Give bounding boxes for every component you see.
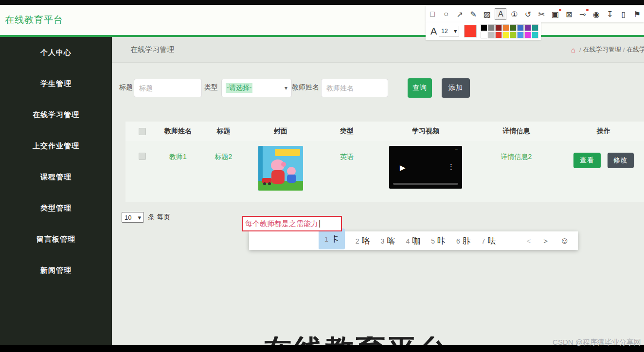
ime-candidate[interactable]: 5 咔 [431, 235, 446, 246]
col-detail: 详情信息 [469, 127, 563, 136]
palette-color[interactable] [481, 32, 487, 38]
device-button[interactable]: ▯ [618, 8, 629, 20]
palette-color[interactable] [495, 24, 502, 31]
breadcrumb-item[interactable]: 在线学习管理 [583, 45, 621, 54]
home-icon[interactable]: ⌂ [571, 46, 575, 54]
copy-button[interactable]: ▣ [550, 8, 561, 20]
footer-heading-clipped: 在线教育平台 [263, 336, 462, 345]
palette-color[interactable] [510, 24, 517, 31]
candidate-number: 6 [456, 237, 460, 245]
palette-color[interactable] [488, 32, 495, 38]
breadcrumb: ⌂ / 在线学习管理 / 在线学习管理 [571, 37, 644, 62]
video-progress-bar[interactable] [393, 183, 458, 185]
palette-color[interactable] [532, 24, 538, 31]
teacher-input[interactable] [321, 79, 388, 97]
breadcrumb-separator: / [579, 46, 581, 53]
video-player[interactable]: ··· ▶ ⋮ [389, 146, 462, 189]
breadcrumb-item[interactable]: 在线学习管理 [626, 45, 644, 54]
play-icon[interactable]: ▶ [400, 163, 406, 172]
prev-page-icon[interactable]: < [526, 237, 531, 245]
screen: 在线教育平台 □ ○ ↗ ✎ ▨ A ① ↺ ✂ ▣ ⊠ ⊸ ◉ ↧ ▯ ⚑ A… [0, 0, 644, 352]
view-button[interactable]: 查看 [573, 153, 601, 168]
palette-color[interactable] [510, 32, 517, 38]
text-tool-button[interactable]: A [495, 8, 506, 20]
palette-color[interactable] [524, 32, 531, 38]
rect-tool-button[interactable]: □ [427, 8, 438, 20]
kebab-menu-icon[interactable]: ⋮ [447, 162, 455, 171]
ime-candidate[interactable]: 3 喀 [381, 235, 395, 246]
ime-candidate[interactable]: 2 咯 [356, 235, 370, 246]
annotation-text-box[interactable]: 每个教师都是之需能力| [242, 216, 342, 231]
page-size-select[interactable]: 10 ▾ [122, 212, 144, 223]
palette-color[interactable] [502, 24, 509, 31]
teacher-label: 教师姓名 [292, 83, 319, 92]
type-label: 类型 [204, 83, 218, 92]
next-page-icon[interactable]: > [543, 237, 548, 245]
arrow-tool-button[interactable]: ↗ [454, 8, 465, 20]
chevron-down-icon: ▾ [454, 28, 457, 35]
sidebar-item-message-board[interactable]: 留言板管理 [0, 224, 112, 255]
sidebar-item-student-mgmt[interactable]: 学生管理 [0, 68, 112, 99]
counter-tool-button[interactable]: ① [508, 8, 520, 20]
query-button[interactable]: 查询 [408, 78, 432, 98]
edit-button[interactable]: 修改 [608, 153, 634, 168]
candidate-number: 4 [406, 237, 410, 245]
text-caret: | [319, 219, 321, 228]
candidate-char: 咯 [362, 235, 370, 246]
type-select-value: -请选择- [226, 83, 252, 93]
col-title: 标题 [197, 127, 250, 136]
clip-button[interactable]: ✂ [536, 8, 548, 20]
page-size-value: 10 [125, 214, 131, 221]
footer-heading: 在线教育平台 [263, 336, 462, 345]
palette-color[interactable] [517, 32, 524, 38]
cell-title: 标题2 [197, 141, 250, 202]
ellipse-tool-button[interactable]: ○ [440, 8, 452, 20]
ime-candidate-bar: 1 卡 2 咯 3 喀 4 咖 5 咔 6 胩 [249, 231, 578, 250]
color-palette [481, 24, 538, 38]
sidebar-item-homework-mgmt[interactable]: 上交作业管理 [0, 130, 112, 161]
candidate-char: 卡 [331, 233, 339, 245]
record-button[interactable]: ◉ [590, 8, 602, 20]
title-input[interactable] [134, 79, 202, 97]
palette-color[interactable] [517, 24, 524, 31]
emoji-icon[interactable]: ☺ [560, 236, 569, 246]
palette-color[interactable] [532, 32, 538, 38]
chevron-down-icon: ▾ [138, 214, 141, 221]
col-video: 学习视频 [382, 127, 469, 136]
palette-color[interactable] [481, 24, 487, 31]
candidate-char: 咔 [437, 235, 446, 246]
bookmark-button[interactable]: ⚑ [631, 8, 643, 20]
palette-color[interactable] [488, 24, 495, 31]
save-button[interactable]: ↧ [604, 8, 616, 20]
type-select[interactable]: -请选择- ▾ [221, 79, 292, 97]
sidebar-item-type-mgmt[interactable]: 类型管理 [0, 193, 112, 224]
watermark: CSDN @程序猿毕业分享网 [553, 338, 641, 347]
sidebar-item-online-learning[interactable]: 在线学习管理 [0, 99, 112, 130]
add-button[interactable]: 添加 [442, 78, 470, 98]
col-actions: 操作 [563, 127, 644, 136]
title-label: 标题 [119, 83, 133, 92]
ime-candidate[interactable]: 7 呿 [482, 235, 496, 246]
mosaic-tool-button[interactable]: ▨ [481, 8, 493, 20]
candidate-char: 咖 [412, 235, 420, 246]
pin-button[interactable]: ⊸ [577, 8, 589, 20]
scan-button[interactable]: ⊠ [563, 8, 575, 20]
ime-candidate[interactable]: 4 咖 [406, 235, 420, 246]
row-checkbox[interactable] [139, 153, 146, 160]
breadcrumb-separator: / [623, 46, 625, 53]
palette-color[interactable] [495, 32, 502, 38]
undo-button[interactable]: ↺ [522, 8, 534, 20]
pencil-tool-button[interactable]: ✎ [467, 8, 479, 20]
palette-color[interactable] [524, 24, 531, 31]
select-all-checkbox[interactable] [139, 128, 146, 135]
palette-color[interactable] [502, 32, 509, 38]
current-color-swatch[interactable] [464, 25, 477, 37]
sidebar-item-course-mgmt[interactable]: 课程管理 [0, 161, 112, 193]
ime-candidate[interactable]: 6 胩 [456, 235, 471, 246]
table-header-row: 教师姓名 标题 封面 类型 学习视频 详情信息 操作 [125, 122, 644, 141]
sidebar-item-personal-center[interactable]: 个人中心 [0, 37, 112, 68]
font-size-select[interactable]: 12 ▾ [439, 26, 459, 36]
row-actions: 查看 修改 [573, 153, 634, 168]
composition-text: 每个教师都是之需能力 [245, 219, 318, 229]
sidebar-item-news-mgmt[interactable]: 新闻管理 [0, 255, 112, 286]
